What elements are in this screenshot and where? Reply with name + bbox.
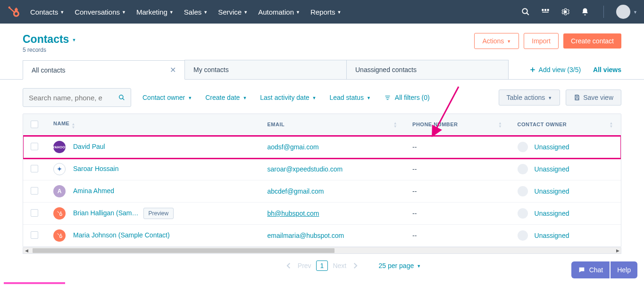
sort-icon: ▲▼ xyxy=(498,122,502,128)
chat-widget-button[interactable]: Chat xyxy=(571,261,610,278)
settings-gear-icon[interactable] xyxy=(561,8,569,16)
horizontal-scrollbar[interactable]: ◀ ▶ xyxy=(23,247,621,254)
table-row[interactable]: Maria Johnson (Sample Contact)emailmaria… xyxy=(23,225,621,247)
chevron-down-icon: ▼ xyxy=(72,38,76,42)
sort-icon: ▲▼ xyxy=(610,122,613,128)
svg-point-13 xyxy=(60,213,62,216)
select-all-checkbox[interactable] xyxy=(31,121,38,128)
current-page[interactable]: 1 xyxy=(316,261,328,271)
filter-lead-status[interactable]: Lead status▼ xyxy=(330,94,371,101)
contact-email-link[interactable]: emailmaria@hubspot.com xyxy=(267,232,344,239)
nav-item-contacts[interactable]: Contacts▼ xyxy=(30,8,64,16)
all-views-link[interactable]: All views xyxy=(593,66,621,73)
svg-rect-14 xyxy=(60,212,61,212)
prev-page-button[interactable]: Prev xyxy=(296,261,313,270)
contact-phone: -- xyxy=(412,143,417,151)
save-view-button[interactable]: Save view xyxy=(566,90,621,106)
table-actions-button[interactable]: Table actions▼ xyxy=(499,90,560,106)
table-row[interactable]: YAHOO!David Paulaodsf@gmai.com--Unassign… xyxy=(23,136,621,158)
row-checkbox[interactable] xyxy=(31,143,38,150)
nav-item-reports[interactable]: Reports▼ xyxy=(310,8,341,16)
filter-last-activity[interactable]: Last activity date▼ xyxy=(260,94,316,101)
search-icon[interactable] xyxy=(521,8,530,16)
hubspot-logo-icon[interactable] xyxy=(7,5,21,19)
marketplace-icon[interactable] xyxy=(541,8,550,16)
search-input[interactable] xyxy=(29,94,118,102)
contact-phone: -- xyxy=(412,165,417,173)
chevron-down-icon: ▼ xyxy=(243,10,248,15)
chevron-down-icon: ▼ xyxy=(548,96,552,100)
contact-owner-link[interactable]: Unassigned xyxy=(535,165,569,173)
tab-label: Unassigned contacts xyxy=(355,66,417,73)
row-checkbox[interactable] xyxy=(31,165,38,172)
column-email[interactable]: EMAIL▲▼ xyxy=(259,114,405,136)
next-page-button[interactable]: Next xyxy=(331,261,348,270)
row-checkbox[interactable] xyxy=(31,231,38,239)
search-input-wrapper[interactable] xyxy=(23,88,131,107)
chevron-down-icon: ▼ xyxy=(60,10,64,15)
contact-email-link[interactable]: aodsf@gmai.com xyxy=(267,143,318,151)
svg-rect-6 xyxy=(547,9,549,11)
sort-icon: ▲▼ xyxy=(393,122,397,128)
per-page-select[interactable]: 25 per page▼ xyxy=(379,262,421,269)
contact-avatar-icon: ✦ xyxy=(53,163,66,175)
object-switcher[interactable]: Contacts ▼ xyxy=(23,33,76,46)
row-checkbox[interactable] xyxy=(31,209,38,217)
all-filters-button[interactable]: All filters (0) xyxy=(384,94,430,101)
contact-email-link[interactable]: bh@hubspot.com xyxy=(267,210,319,217)
nav-item-automation[interactable]: Automation▼ xyxy=(258,8,300,16)
contact-avatar-icon: YAHOO! xyxy=(53,141,66,153)
filter-contact-owner[interactable]: Contact owner▼ xyxy=(142,94,192,101)
nav-item-service[interactable]: Service▼ xyxy=(218,8,248,16)
row-checkbox[interactable] xyxy=(31,187,38,195)
import-button[interactable]: Import xyxy=(524,33,559,49)
prev-page-icon[interactable] xyxy=(284,261,293,270)
table-row[interactable]: AAmina Ahmedabcdef@gmail.com--Unassigned xyxy=(23,180,621,203)
nav-item-conversations[interactable]: Conversations▼ xyxy=(75,8,126,16)
table-row[interactable]: ✦Saroar Hossainsaroar@xpeedstudio.com--U… xyxy=(23,158,621,180)
sort-icon: ▲▼ xyxy=(71,122,75,129)
tab-unassigned-contacts[interactable]: Unassigned contacts xyxy=(346,60,509,79)
column-name[interactable]: NAME▲▼ xyxy=(46,114,259,136)
nav-item-marketing[interactable]: Marketing▼ xyxy=(136,8,174,16)
tab-all-contacts[interactable]: All contacts ✕ xyxy=(23,60,185,80)
scroll-left-icon[interactable]: ◀ xyxy=(23,247,30,254)
owner-avatar-icon xyxy=(518,186,528,196)
contact-name-link[interactable]: Saroar Hossain xyxy=(73,165,119,172)
table-row[interactable]: Brian Halligan (Sam…Previewbh@hubspot.co… xyxy=(23,203,621,225)
actions-button[interactable]: Actions▼ xyxy=(474,33,519,49)
contact-owner-link[interactable]: Unassigned xyxy=(535,187,569,195)
contact-name-link[interactable]: Amina Ahmed xyxy=(73,187,114,195)
contact-owner-link[interactable]: Unassigned xyxy=(535,143,569,151)
contact-avatar-icon xyxy=(53,229,66,242)
create-contact-button[interactable]: Create contact xyxy=(563,33,621,49)
contact-email-link[interactable]: saroar@xpeedstudio.com xyxy=(267,165,343,173)
contact-name-link[interactable]: David Paul xyxy=(73,143,105,150)
scroll-right-icon[interactable]: ▶ xyxy=(614,247,621,254)
account-menu[interactable]: ▼ xyxy=(616,5,637,19)
contact-owner-link[interactable]: Unassigned xyxy=(535,232,569,239)
filter-create-date[interactable]: Create date▼ xyxy=(205,94,247,101)
notifications-bell-icon[interactable] xyxy=(581,8,589,16)
add-view-label: Add view (3/5) xyxy=(539,66,581,73)
contact-owner-link[interactable]: Unassigned xyxy=(535,210,569,217)
scrollbar-thumb[interactable] xyxy=(33,248,335,253)
nav-item-sales[interactable]: Sales▼ xyxy=(184,8,208,16)
column-owner[interactable]: CONTACT OWNER▲▼ xyxy=(510,114,621,136)
contact-name-link[interactable]: Maria Johnson (Sample Contact) xyxy=(73,231,170,239)
contact-email-link[interactable]: abcdef@gmail.com xyxy=(267,187,324,195)
column-phone[interactable]: PHONE NUMBER▲▼ xyxy=(405,114,510,136)
close-icon[interactable]: ✕ xyxy=(170,65,176,74)
chevron-down-icon: ▼ xyxy=(417,264,421,269)
preview-button[interactable]: Preview xyxy=(143,208,174,219)
svg-point-2 xyxy=(8,7,10,8)
next-page-icon[interactable] xyxy=(351,261,360,270)
svg-point-8 xyxy=(564,11,567,13)
add-view-button[interactable]: Add view (3/5) xyxy=(529,66,581,73)
record-count: 5 records xyxy=(23,47,76,53)
chevron-down-icon: ▼ xyxy=(367,96,371,100)
help-widget-button[interactable]: Help xyxy=(611,261,637,278)
tab-my-contacts[interactable]: My contacts xyxy=(184,60,347,79)
contact-name-link[interactable]: Brian Halligan (Sam… xyxy=(73,209,139,217)
page-title: Contacts xyxy=(23,33,69,46)
